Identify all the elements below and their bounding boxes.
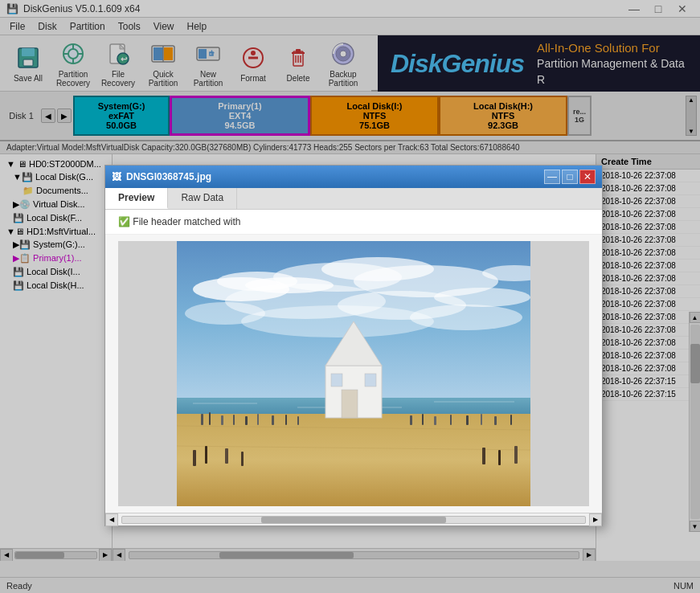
modal-minimize-button[interactable]: — [544,170,560,184]
modal-icon: 🖼 [112,171,121,182]
tab-raw-data[interactable]: Raw Data [168,188,237,209]
modal-dialog: 🖼 DNSGI0368745.jpg — □ ✕ Preview Raw Dat… [104,165,603,526]
modal-scrollbar: ◀ ▶ [105,513,602,526]
svg-rect-60 [209,412,211,425]
tab-preview[interactable]: Preview [105,188,168,209]
modal-scroll-left[interactable]: ◀ [105,513,118,526]
svg-rect-68 [410,415,412,425]
modal-title-left: 🖼 DNSGI0368745.jpg [112,171,211,182]
svg-rect-81 [498,450,501,465]
modal-scroll-track [121,516,586,524]
svg-rect-70 [434,416,436,425]
modal-tabs: Preview Raw Data [105,188,602,210]
svg-rect-62 [233,415,235,425]
svg-rect-61 [221,415,223,425]
svg-rect-63 [245,416,248,425]
modal-scroll-right[interactable]: ▶ [589,513,602,526]
svg-rect-66 [285,415,287,425]
svg-rect-64 [257,414,259,425]
svg-rect-77 [205,446,207,464]
svg-rect-59 [201,414,203,425]
svg-rect-56 [342,390,358,418]
modal-controls: — □ ✕ [544,170,596,184]
modal-status: ✅ File header matched with [105,210,602,235]
modal-titlebar: 🖼 DNSGI0368745.jpg — □ ✕ [105,166,602,188]
modal-close-button[interactable]: ✕ [579,170,596,184]
svg-rect-73 [481,414,482,425]
modal-title: DNSGI0368745.jpg [126,171,211,182]
beach-image [177,241,530,506]
svg-rect-69 [422,414,424,425]
modal-maximize-button[interactable]: □ [562,170,578,184]
svg-rect-58 [365,374,376,386]
svg-rect-74 [494,416,497,425]
svg-rect-79 [241,452,244,466]
svg-rect-78 [225,448,228,464]
modal-image-area [118,241,589,506]
modal-status-text: ✅ File header matched with [118,216,240,227]
svg-rect-80 [482,448,485,464]
svg-rect-71 [450,415,452,425]
svg-rect-76 [193,450,196,466]
svg-point-45 [241,305,434,337]
svg-rect-82 [514,446,518,464]
svg-rect-67 [297,416,299,425]
svg-rect-65 [272,415,274,425]
svg-rect-75 [510,415,512,425]
svg-rect-72 [466,415,469,425]
modal-scroll-thumb[interactable] [261,517,446,523]
svg-rect-57 [331,374,342,386]
